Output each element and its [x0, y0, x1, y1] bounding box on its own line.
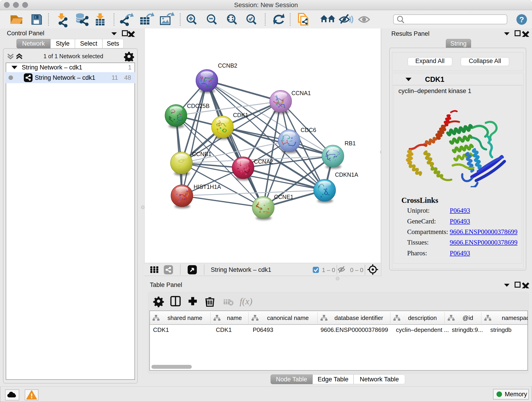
svg-text:CDK1: CDK1: [233, 112, 248, 118]
svg-text:HIST1H1A: HIST1H1A: [194, 184, 221, 190]
svg-text:?: ?: [519, 15, 524, 24]
svg-text:CCNB2: CCNB2: [218, 62, 237, 69]
svg-text:RB1: RB1: [345, 140, 356, 147]
svg-text:CCNA1: CCNA1: [291, 90, 311, 96]
svg-text:CCNE1: CCNE1: [274, 194, 293, 200]
svg-text:CCNB1: CCNB1: [192, 151, 211, 157]
svg-text:CCNA2: CCNA2: [254, 158, 273, 165]
svg-text:CDC25B: CDC25B: [187, 103, 210, 109]
svg-text:CDKN1A: CDKN1A: [335, 172, 358, 178]
svg-text:CDC6: CDC6: [301, 127, 316, 133]
svg-text:f(x): f(x): [240, 296, 253, 306]
